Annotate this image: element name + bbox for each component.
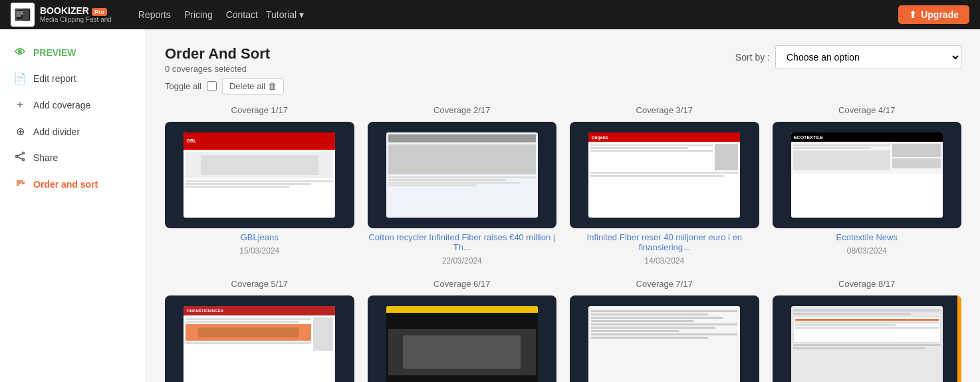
toggle-row: Toggle all Delete all 🗑 (165, 78, 735, 95)
sidebar-label-order-sort: Order and sort (33, 179, 98, 190)
sidebar-label-add-divider: Add divider (33, 126, 80, 137)
sort-label: Sort by : (735, 52, 770, 63)
nav-contact[interactable]: Contact (221, 7, 263, 23)
sidebar-item-add-divider[interactable]: ⊕ Add divider (0, 118, 146, 144)
coverage-label-2: Coverage 2/17 (368, 105, 557, 115)
coverage-label-4: Coverage 4/17 (773, 105, 962, 115)
sort-select[interactable]: Choose an option Date (newest first) Dat… (775, 45, 961, 69)
coverage-col-8: Coverage 8/17 (773, 279, 962, 382)
main-header: Order And Sort 0 coverages selected Togg… (165, 45, 961, 95)
delete-all-button[interactable]: Delete all 🗑 (222, 78, 284, 95)
coverage-col-4: Coverage 4/17 ECOTEXTILE (773, 105, 962, 266)
logo-name: BOOKIZERPro (40, 6, 112, 16)
trash-icon: 🗑 (268, 81, 277, 91)
topnav: BOOKIZERPro Media Clipping Fast and Repo… (0, 0, 980, 29)
svg-line-6 (18, 154, 23, 156)
eye-icon: 👁 (13, 47, 27, 59)
coverage-name-1[interactable]: GBLjeans (165, 232, 354, 242)
sidebar-label-preview: PREVIEW (33, 47, 76, 58)
yellow-bar-indicator (957, 295, 961, 382)
coverage-date-2: 22/03/2024 (368, 256, 557, 266)
coverage-thumb-4[interactable]: ECOTEXTILE (773, 122, 962, 228)
sidebar-label-add-coverage: Add coverage (33, 100, 90, 110)
svg-point-5 (23, 159, 25, 161)
upgrade-button[interactable]: ⬆ Upgrade (898, 5, 969, 24)
book-icon: 📄 (13, 72, 27, 85)
coverage-col-7: Coverage 7/17 (570, 279, 759, 382)
coverage-date-4: 08/03/2024 (773, 246, 962, 256)
page-title: Order And Sort (165, 45, 735, 63)
coverage-col-5: Coverage 5/17 FINANSTIDNINGEN (165, 279, 354, 382)
chevron-down-icon: ▾ (299, 9, 304, 20)
coverage-col-3: Coverage 3/17 Dagens (570, 105, 759, 266)
sidebar-item-preview[interactable]: 👁 PREVIEW (0, 40, 146, 65)
coverage-name-2[interactable]: Cotton recycler Infinited Fiber raises €… (368, 232, 557, 252)
coverage-thumb-6[interactable] (368, 295, 557, 382)
logo-subtitle: Media Clipping Fast and (40, 16, 112, 23)
upgrade-icon: ⬆ (909, 9, 917, 20)
coverage-name-3[interactable]: Infinited Fiber reser 40 miljoner euro i… (570, 232, 759, 252)
coverage-col-2: Coverage 2/17 (368, 105, 557, 266)
coverage-col-6: Coverage 6/17 FUTURÁ/GOLD (368, 279, 557, 382)
coverage-thumb-1[interactable]: GBL (165, 122, 354, 228)
coverage-thumb-7[interactable] (570, 295, 759, 382)
sidebar-label-edit-report: Edit report (33, 73, 76, 84)
sort-area: Sort by : Choose an option Date (newest … (735, 45, 961, 69)
nav-links: Reports Pricing Contact Tutorial ▾ (133, 7, 304, 23)
svg-point-4 (16, 156, 18, 158)
coverage-label-3: Coverage 3/17 (570, 105, 759, 115)
title-area: Order And Sort 0 coverages selected Togg… (165, 45, 735, 95)
sidebar-item-add-coverage[interactable]: ＋ Add coverage (0, 91, 146, 118)
pro-badge: Pro (92, 8, 107, 16)
toggle-all-label: Toggle all (165, 81, 201, 91)
coverage-date-3: 14/03/2024 (570, 256, 759, 266)
sort-icon (13, 178, 27, 191)
logo[interactable]: BOOKIZERPro Media Clipping Fast and (11, 3, 112, 27)
coverages-selected-count: 0 coverages selected (165, 64, 735, 74)
sidebar-item-share[interactable]: Share (0, 144, 146, 171)
coverage-label-6: Coverage 6/17 (368, 279, 557, 289)
sidebar-item-edit-report[interactable]: 📄 Edit report (0, 65, 146, 91)
sidebar-label-share: Share (33, 152, 58, 163)
svg-rect-1 (16, 9, 23, 20)
nav-pricing[interactable]: Pricing (179, 7, 218, 23)
toggle-all-checkbox[interactable] (207, 81, 217, 91)
sidebar: 👁 PREVIEW 📄 Edit report ＋ Add coverage ⊕… (0, 29, 146, 382)
coverage-thumb-2[interactable] (368, 122, 557, 228)
sidebar-item-order-sort[interactable]: Order and sort (0, 171, 146, 198)
svg-line-7 (18, 157, 23, 159)
coverage-thumb-8[interactable] (773, 295, 962, 382)
layout: 👁 PREVIEW 📄 Edit report ＋ Add coverage ⊕… (0, 29, 980, 382)
coverage-grid: Coverage 1/17 GBL (165, 105, 961, 382)
coverage-date-1: 15/03/2024 (165, 246, 354, 256)
main-content: Order And Sort 0 coverages selected Togg… (146, 29, 980, 382)
coverage-name-4[interactable]: Ecotextile News (773, 232, 962, 242)
divider-icon: ⊕ (13, 125, 27, 138)
coverage-col-1: Coverage 1/17 GBL (165, 105, 354, 266)
share-icon (13, 151, 27, 164)
coverage-label-7: Coverage 7/17 (570, 279, 759, 289)
coverage-label-8: Coverage 8/17 (773, 279, 962, 289)
coverage-thumb-3[interactable]: Dagens (570, 122, 759, 228)
plus-icon: ＋ (13, 98, 27, 112)
logo-icon (11, 3, 35, 27)
coverage-thumb-5[interactable]: FINANSTIDNINGEN (165, 295, 354, 382)
nav-reports[interactable]: Reports (133, 7, 176, 23)
nav-tutorial[interactable]: Tutorial ▾ (266, 7, 304, 23)
coverage-label-1: Coverage 1/17 (165, 105, 354, 115)
svg-point-3 (23, 152, 25, 154)
svg-rect-2 (24, 9, 29, 20)
coverage-label-5: Coverage 5/17 (165, 279, 354, 289)
